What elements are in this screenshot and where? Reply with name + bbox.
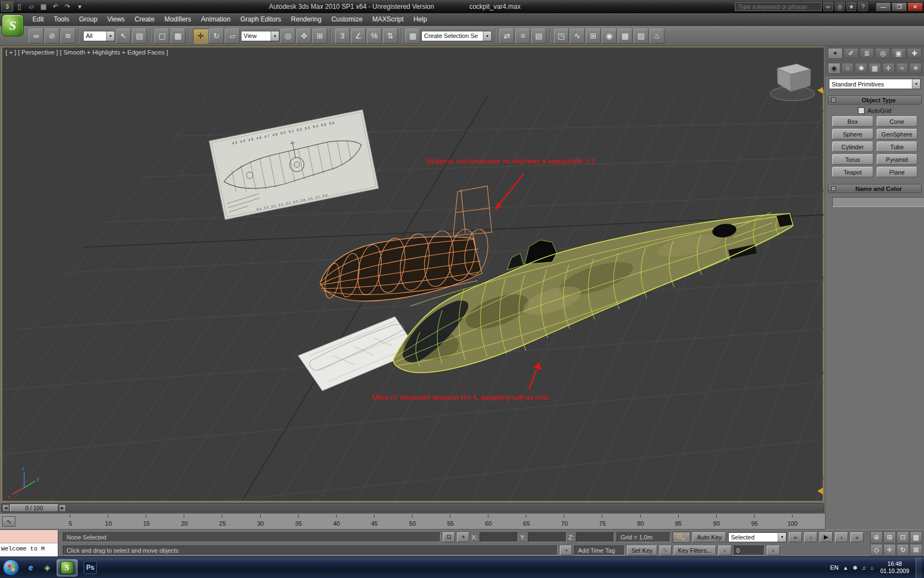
internet-explorer-icon[interactable]: e bbox=[24, 560, 38, 575]
menu-item-animation[interactable]: Animation bbox=[196, 13, 235, 25]
key-filters-button[interactable]: Key Filters... bbox=[674, 546, 716, 555]
menu-item-modifiers[interactable]: Modifiers bbox=[160, 13, 196, 25]
select-by-name-icon[interactable]: ▤ bbox=[132, 29, 147, 43]
save-file-icon[interactable]: ▦ bbox=[38, 2, 49, 12]
autogrid-checkbox[interactable] bbox=[858, 107, 865, 114]
next-frame-icon[interactable]: › bbox=[835, 532, 848, 542]
time-slider-button[interactable]: 0 / 100 bbox=[10, 504, 58, 512]
absolute-mode-icon[interactable]: ⌖ bbox=[457, 532, 469, 542]
layer-manager-icon[interactable]: ▤ bbox=[531, 29, 546, 43]
set-key-button[interactable]: Set Key bbox=[627, 546, 657, 555]
tab-modify-icon[interactable]: ✐ bbox=[844, 48, 859, 59]
schematic-view-icon[interactable]: ⊞ bbox=[586, 29, 601, 43]
keyboard-override-icon[interactable]: ⊞ bbox=[312, 29, 327, 43]
select-and-scale-icon[interactable]: ▱ bbox=[225, 29, 240, 43]
zoom-all-icon[interactable]: ⊞ bbox=[883, 531, 896, 543]
selection-filter-dropdown[interactable]: All ▾ bbox=[83, 31, 115, 41]
close-button[interactable]: ✕ bbox=[908, 2, 923, 12]
render-setup-icon[interactable]: ▩ bbox=[618, 29, 632, 43]
set-key-mode-icon[interactable] bbox=[673, 532, 690, 543]
subtab-shapes-icon[interactable]: ○ bbox=[842, 63, 854, 74]
window-crossing-icon[interactable]: ▩ bbox=[170, 29, 185, 43]
z-coordinate-input[interactable] bbox=[576, 532, 614, 542]
auto-key-button[interactable]: Auto Key bbox=[692, 532, 726, 542]
render-production-icon[interactable]: ♨ bbox=[650, 29, 664, 43]
taskbar-item-photoshop[interactable]: Ps bbox=[80, 559, 101, 576]
orbit-icon[interactable]: ↻ bbox=[897, 544, 909, 556]
y-coordinate-input[interactable] bbox=[528, 532, 566, 542]
rendered-frame-window-icon[interactable]: ▨ bbox=[634, 29, 648, 43]
maxscript-mini-listener[interactable]: Welcome to M bbox=[0, 530, 58, 557]
menu-item-graph-editors[interactable]: Graph Editors bbox=[235, 13, 286, 25]
button-pyramid[interactable]: Pyramid bbox=[877, 154, 918, 165]
material-editor-icon[interactable]: ◉ bbox=[602, 29, 617, 43]
tray-status-icon[interactable]: ✽ bbox=[853, 565, 857, 571]
show-hidden-icons-icon[interactable]: ▲ bbox=[843, 565, 849, 571]
go-to-end-icon[interactable]: » bbox=[850, 532, 864, 542]
step-back-icon[interactable]: ‹ bbox=[718, 546, 732, 555]
menu-item-tools[interactable]: Tools bbox=[49, 13, 74, 25]
application-menu-button[interactable]: 3 bbox=[1, 2, 13, 12]
current-frame-input[interactable] bbox=[734, 546, 765, 555]
subtab-geometry-icon[interactable]: ◉ bbox=[828, 63, 840, 74]
button-cylinder[interactable]: Cylinder bbox=[832, 141, 873, 152]
search-input[interactable] bbox=[735, 2, 822, 11]
start-button[interactable] bbox=[3, 559, 19, 576]
mini-curve-editor-button[interactable]: ∿ bbox=[2, 516, 15, 527]
menu-item-maxscript[interactable]: MAXScript bbox=[367, 13, 409, 25]
align-icon[interactable]: ≡ bbox=[515, 29, 530, 43]
menu-item-create[interactable]: Create bbox=[130, 13, 160, 25]
go-to-start-icon[interactable]: « bbox=[789, 532, 802, 542]
listener-line[interactable]: Welcome to M bbox=[0, 543, 58, 557]
quick-launch-icon[interactable]: ◈ bbox=[40, 560, 54, 575]
spinner-snap-icon[interactable]: ⇅ bbox=[383, 29, 398, 43]
zoom-extents-icon[interactable]: ⊡ bbox=[897, 531, 909, 543]
tab-hierarchy-icon[interactable]: ≣ bbox=[860, 48, 875, 59]
language-indicator[interactable]: EN bbox=[830, 564, 838, 571]
open-file-icon[interactable]: ▱ bbox=[26, 2, 37, 12]
perspective-viewport[interactable]: 43 44 45 46 47 49 50 51 52 53 54 55 56 6… bbox=[2, 47, 823, 501]
search-icon[interactable]: ∞ bbox=[823, 2, 833, 11]
button-teapot[interactable]: Teapot bbox=[832, 167, 873, 177]
redo-icon[interactable]: ↷ bbox=[62, 2, 73, 12]
communication-center-icon[interactable]: ◎ bbox=[835, 2, 845, 11]
key-mode-dropdown[interactable]: Selected ▾ bbox=[728, 532, 787, 542]
graphite-toggle-icon[interactable]: ◳ bbox=[554, 29, 569, 43]
menu-item-rendering[interactable]: Rendering bbox=[286, 13, 326, 25]
subtab-lights-icon[interactable]: ✺ bbox=[855, 63, 867, 74]
lock-selection-icon[interactable]: ⊡ bbox=[443, 532, 455, 542]
named-selection-set-dropdown[interactable]: Create Selection Se ▾ bbox=[421, 31, 492, 41]
upright-blueprint-plane[interactable]: 43 44 45 46 47 49 50 51 52 53 54 55 56 6… bbox=[209, 110, 378, 220]
viewport-canvas[interactable]: 43 44 45 46 47 49 50 51 52 53 54 55 56 6… bbox=[2, 47, 824, 501]
select-and-manipulate-icon[interactable]: ✜ bbox=[296, 29, 311, 43]
name-color-rollout-header[interactable]: − Name and Color bbox=[828, 184, 922, 193]
menu-item-edit[interactable]: Edit bbox=[28, 13, 49, 25]
button-sphere[interactable]: Sphere bbox=[832, 129, 873, 139]
percent-snap-icon[interactable]: % bbox=[367, 29, 382, 43]
menu-item-group[interactable]: Group bbox=[74, 13, 102, 25]
select-and-link-icon[interactable]: ∞ bbox=[29, 29, 43, 43]
use-pivot-center-icon[interactable]: ◎ bbox=[280, 29, 295, 43]
quick-access-dropdown-icon[interactable]: ▾ bbox=[74, 2, 85, 12]
button-plane[interactable]: Plane bbox=[877, 167, 918, 177]
button-torus[interactable]: Torus bbox=[832, 154, 873, 165]
3dsmax-logo[interactable]: S bbox=[2, 14, 24, 36]
track-bar[interactable]: ∿ 5 10 15 20 25 bbox=[0, 513, 825, 530]
menu-item-help[interactable]: Help bbox=[409, 13, 432, 25]
maximize-button[interactable]: ❐ bbox=[892, 2, 907, 12]
minimize-button[interactable]: — bbox=[876, 2, 891, 12]
angle-snap-icon[interactable]: ∠ bbox=[351, 29, 366, 43]
zoom-extents-all-icon[interactable]: ▦ bbox=[910, 531, 922, 543]
bind-to-space-warp-icon[interactable]: ≋ bbox=[61, 29, 75, 43]
time-slider-track[interactable]: ◀ 0 / 100 ▶ bbox=[1, 503, 824, 512]
select-and-rotate-icon[interactable]: ↻ bbox=[209, 29, 224, 43]
tab-utilities-icon[interactable]: ✚ bbox=[907, 48, 922, 59]
undo-icon[interactable]: ↶ bbox=[50, 2, 61, 12]
taskbar-clock[interactable]: 16:48 01.10.2009 bbox=[878, 560, 911, 575]
new-file-icon[interactable]: ▯ bbox=[14, 2, 25, 12]
primitives-category-dropdown[interactable]: Standard Primitives ▾ bbox=[829, 79, 921, 89]
show-desktop-button[interactable] bbox=[916, 557, 922, 578]
button-box[interactable]: Box bbox=[832, 116, 873, 127]
tab-create-icon[interactable]: ✶ bbox=[828, 48, 843, 59]
previous-frame-icon[interactable]: ‹ bbox=[804, 532, 817, 542]
